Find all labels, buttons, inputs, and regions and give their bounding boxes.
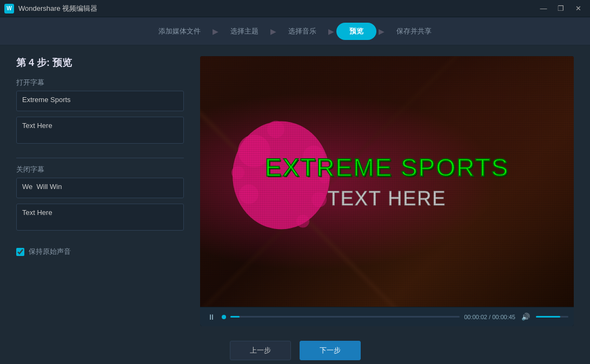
wizard-step-1[interactable]: 添加媒体文件 <box>149 26 210 36</box>
wizard-step-5[interactable]: 保存并共享 <box>387 26 441 36</box>
step-arrow-3: ▶ <box>326 27 336 36</box>
preview-panel: Extreme Sports Text Here ⏸ 00:00:02 / 00… <box>200 56 574 326</box>
video-container: Extreme Sports Text Here ⏸ 00:00:02 / 00… <box>200 56 574 326</box>
wizard-navigation: 添加媒体文件 ▶ 选择主题 ▶ 选择音乐 ▶ 预览 ▶ 保存并共享 <box>0 17 590 45</box>
app-title: Wondershare 视频编辑器 <box>18 4 536 14</box>
main-content: 第 4 步: 预览 打开字幕 关闭字幕 保持原始声音 <box>0 45 590 337</box>
open-caption-field-1[interactable] <box>16 91 184 111</box>
splash-graphic <box>222 113 341 238</box>
svg-point-2 <box>303 146 324 167</box>
progress-dot <box>222 315 226 319</box>
volume-bar-fill <box>536 316 560 318</box>
video-background: Extreme Sports Text Here <box>200 56 574 307</box>
wizard-step-2[interactable]: 选择主题 <box>221 26 268 36</box>
left-panel: 第 4 步: 预览 打开字幕 关闭字幕 保持原始声音 <box>16 56 184 326</box>
svg-point-5 <box>267 121 284 138</box>
svg-point-4 <box>311 192 327 207</box>
titlebar: W Wondershare 视频编辑器 — ❐ ✕ <box>0 0 590 17</box>
overlay-subtitle: Text Here <box>328 187 446 210</box>
progress-bar[interactable] <box>230 316 460 318</box>
wizard-step-4[interactable]: 预览 <box>336 23 376 40</box>
volume-bar[interactable] <box>536 316 568 318</box>
wizard-step-3[interactable]: 选择音乐 <box>279 26 326 36</box>
close-caption-field-1[interactable] <box>16 178 184 198</box>
section-divider <box>16 158 184 158</box>
open-caption-field-2[interactable] <box>16 117 184 144</box>
wizard-steps: 添加媒体文件 ▶ 选择主题 ▶ 选择音乐 ▶ 预览 ▶ 保存并共享 <box>149 23 441 40</box>
step-arrow-4: ▶ <box>376 27 387 36</box>
time-display: 00:00:02 / 00:00:45 <box>464 314 515 320</box>
prev-button[interactable]: 上一步 <box>230 341 291 360</box>
open-caption-label: 打开字幕 <box>16 78 184 87</box>
window-controls: — ❐ ✕ <box>536 3 586 15</box>
step-title: 第 4 步: 预览 <box>16 56 184 69</box>
close-caption-label: 关闭字幕 <box>16 165 184 174</box>
playback-controls: ⏸ 00:00:02 / 00:00:45 🔊 <box>200 307 574 326</box>
progress-bar-fill <box>230 316 240 318</box>
keep-audio-checkbox[interactable] <box>16 248 24 256</box>
step-arrow-2: ▶ <box>268 27 279 36</box>
svg-point-1 <box>238 135 270 167</box>
close-button[interactable]: ✕ <box>571 3 586 15</box>
close-caption-field-2[interactable] <box>16 204 184 231</box>
app-logo: W <box>4 4 14 14</box>
keep-audio-row: 保持原始声音 <box>16 247 184 257</box>
overlay-title: Extreme Sports <box>265 153 509 182</box>
volume-icon[interactable]: 🔊 <box>520 311 532 323</box>
svg-point-8 <box>319 173 330 184</box>
svg-point-7 <box>231 166 244 179</box>
minimize-button[interactable]: — <box>536 3 551 15</box>
keep-audio-label: 保持原始声音 <box>29 247 71 257</box>
svg-point-3 <box>239 185 258 204</box>
next-button[interactable]: 下一步 <box>300 341 361 360</box>
svg-point-6 <box>296 215 309 228</box>
video-overlay: Extreme Sports Text Here <box>200 56 574 307</box>
maximize-button[interactable]: ❐ <box>553 3 568 15</box>
step-arrow-1: ▶ <box>210 27 221 36</box>
progress-segment <box>222 315 226 319</box>
bottom-navigation: 上一步 下一步 <box>0 337 590 364</box>
svg-point-0 <box>233 122 330 230</box>
pause-button[interactable]: ⏸ <box>205 311 217 323</box>
